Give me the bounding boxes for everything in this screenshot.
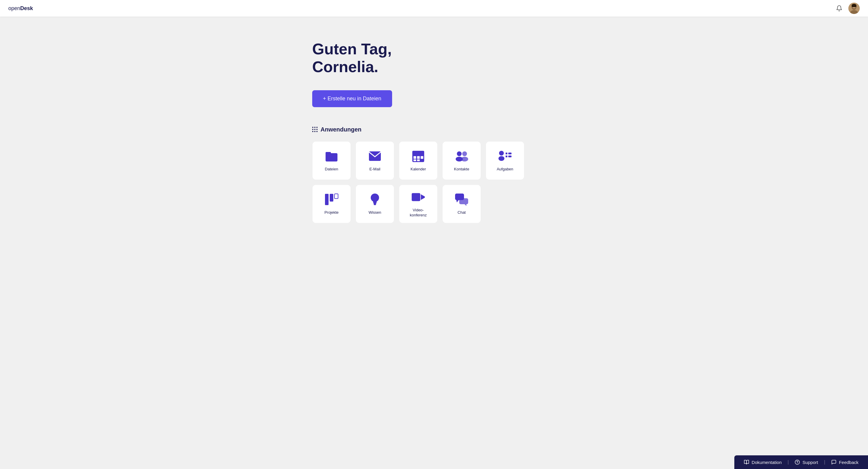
app-grid-row1: Dateien E-Mail (312, 141, 556, 180)
logo[interactable]: openDesk (8, 5, 33, 11)
app-label-chat: Chat (458, 210, 465, 215)
svg-rect-14 (413, 159, 416, 161)
svg-rect-13 (421, 156, 423, 159)
projects-icon (324, 192, 339, 207)
app-label-videokonferenz: Video- konferenz (410, 208, 427, 218)
chat-icon (455, 192, 469, 207)
header-right (835, 3, 860, 14)
app-label-dateien: Dateien (325, 167, 338, 172)
folder-icon (324, 149, 339, 163)
book-icon (744, 460, 749, 465)
app-card-kontakte[interactable]: Kontakte (442, 141, 481, 180)
section-title: Anwendungen (312, 126, 556, 133)
svg-point-29 (371, 194, 379, 202)
svg-point-19 (461, 157, 468, 162)
svg-rect-5 (852, 5, 857, 7)
feedback-link[interactable]: Feedback (831, 460, 859, 465)
footer-bar: Dokumentation | Support | Feedback (734, 455, 868, 469)
video-icon (411, 190, 425, 204)
bell-icon (836, 5, 842, 11)
app-label-kalender: Kalender (410, 167, 426, 172)
svg-rect-8 (369, 152, 381, 161)
svg-rect-10 (412, 151, 424, 155)
app-label-kontakte: Kontakte (454, 167, 469, 172)
app-card-chat[interactable]: Chat (442, 185, 481, 223)
app-grid-row2: Projekte Wissen (312, 185, 556, 223)
feedback-label: Feedback (839, 460, 859, 465)
svg-rect-28 (335, 194, 338, 199)
svg-rect-23 (505, 156, 507, 157)
svg-rect-15 (417, 159, 420, 161)
svg-marker-36 (456, 200, 459, 202)
app-header: openDesk (0, 0, 868, 16)
knowledge-icon (368, 192, 382, 207)
dokumentation-label: Dokumentation (751, 460, 781, 465)
avatar-image (848, 3, 860, 14)
main-content: Guten Tag, Cornelia. + Erstelle neu in D… (0, 0, 868, 469)
svg-rect-31 (373, 203, 376, 204)
grid-dots-icon (312, 127, 317, 132)
svg-rect-26 (325, 194, 329, 205)
app-card-email[interactable]: E-Mail (355, 141, 394, 180)
create-button-label: + Erstelle neu in Dateien (323, 96, 381, 102)
email-icon (368, 149, 382, 163)
svg-rect-12 (417, 156, 420, 159)
greeting: Guten Tag, Cornelia. (312, 40, 556, 76)
svg-marker-38 (465, 204, 466, 206)
avatar[interactable] (848, 3, 860, 14)
app-card-dateien[interactable]: Dateien (312, 141, 351, 180)
app-label-email: E-Mail (370, 167, 380, 172)
app-label-wissen: Wissen (369, 210, 381, 215)
app-card-projekte[interactable]: Projekte (312, 185, 351, 223)
content-area: Guten Tag, Cornelia. + Erstelle neu in D… (300, 16, 568, 253)
app-card-aufgaben[interactable]: Aufgaben (486, 141, 524, 180)
svg-rect-11 (413, 156, 416, 159)
calendar-icon (411, 149, 425, 163)
svg-point-21 (498, 156, 504, 161)
applications-section: Anwendungen Dateien (312, 126, 556, 223)
svg-rect-30 (373, 201, 377, 203)
footer-divider-2: | (824, 460, 825, 465)
app-card-wissen[interactable]: Wissen (355, 185, 394, 223)
support-label: Support (802, 460, 818, 465)
feedback-icon (831, 460, 837, 465)
footer-divider-1: | (787, 460, 789, 465)
contacts-icon (455, 149, 469, 163)
svg-marker-34 (421, 194, 425, 200)
svg-point-18 (462, 152, 467, 156)
notification-button[interactable] (835, 4, 844, 13)
help-circle-icon (795, 460, 800, 465)
svg-rect-37 (459, 198, 468, 204)
app-label-aufgaben: Aufgaben (497, 167, 513, 172)
svg-rect-24 (508, 153, 512, 154)
svg-rect-27 (330, 194, 333, 202)
support-link[interactable]: Support (795, 460, 818, 465)
tasks-icon (498, 149, 512, 163)
svg-rect-7 (326, 152, 331, 154)
app-label-projekte: Projekte (324, 210, 339, 215)
svg-rect-6 (326, 153, 337, 162)
svg-rect-22 (505, 153, 507, 154)
svg-rect-32 (374, 204, 376, 205)
app-card-videokonferenz[interactable]: Video- konferenz (399, 185, 438, 223)
create-new-button[interactable]: + Erstelle neu in Dateien (312, 90, 392, 107)
app-card-kalender[interactable]: Kalender (399, 141, 438, 180)
avatar-svg (848, 3, 860, 14)
svg-point-20 (499, 151, 504, 156)
svg-rect-33 (412, 193, 420, 201)
dokumentation-link[interactable]: Dokumentation (744, 460, 781, 465)
svg-point-16 (457, 152, 462, 156)
svg-rect-25 (508, 156, 512, 157)
